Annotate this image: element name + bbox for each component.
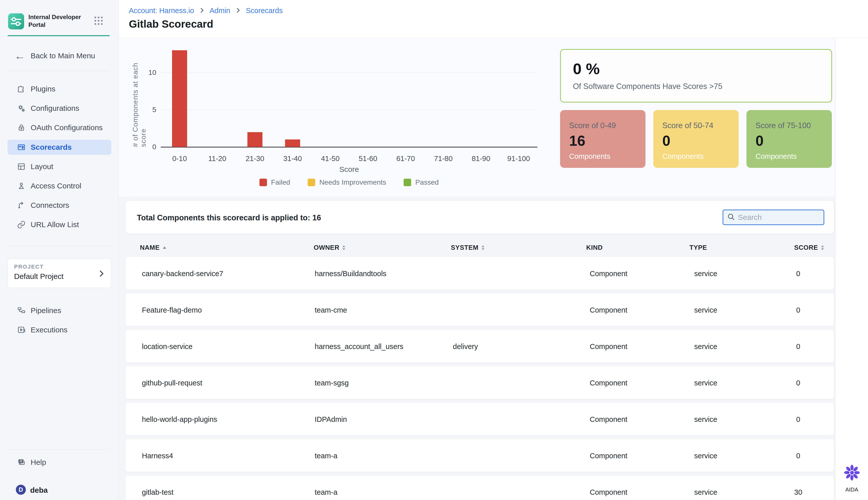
legend-item-needs-improvements[interactable]: Needs Improvements <box>308 178 386 186</box>
sidebar-item-oauth-configurations[interactable]: OAuth Configurations <box>0 118 119 137</box>
chart-bar-21-30[interactable] <box>247 132 263 147</box>
breadcrumb: Account: Harness.io Admin Scorecards <box>129 7 282 15</box>
cell-kind: Component <box>590 379 627 387</box>
sort-icon <box>482 245 485 250</box>
table-row-Feature-flag-demo[interactable]: Feature-flag-demoteam-cmeComponentservic… <box>126 294 834 326</box>
breadcrumb-scorecards[interactable]: Scorecards <box>246 7 283 15</box>
aida-assistant-button[interactable]: AIDA <box>835 463 868 493</box>
sidebar-item-label: Layout <box>31 162 53 171</box>
sidebar-accent-divider <box>8 35 110 36</box>
sort-asc-icon <box>163 247 166 249</box>
search-icon <box>727 213 736 222</box>
project-name: Default Project <box>14 272 63 281</box>
sidebar-item-url-allow-list[interactable]: URL Allow List <box>0 215 119 234</box>
legend-swatch <box>308 179 315 186</box>
headline-percent-value: 0 % <box>573 60 600 78</box>
total-components-summary: Total Components this scorecard is appli… <box>137 213 321 223</box>
cell-name: canary-backend-service7 <box>142 270 223 278</box>
sidebar: Internal Developer Portal ← Back to Main… <box>0 0 119 500</box>
sidebar-item-label: Executions <box>31 326 68 334</box>
sidebar-item-plugins[interactable]: Plugins <box>0 79 119 99</box>
cell-type: service <box>694 270 717 278</box>
cell-owner: team-sgsg <box>315 379 349 387</box>
project-selector[interactable]: PROJECT Default Project <box>8 259 111 288</box>
cell-type: service <box>694 452 717 460</box>
sidebar-item-help[interactable]: ? Help <box>0 453 119 472</box>
legend-item-failed[interactable]: Failed <box>259 178 290 186</box>
cell-name: Feature-flag-demo <box>142 306 202 314</box>
score-card-value: 0 <box>662 132 670 149</box>
table-row-location-service[interactable]: location-serviceharness_account_all_user… <box>126 330 834 363</box>
chart-x-tick: 61-70 <box>387 155 425 163</box>
back-to-main-menu[interactable]: ← Back to Main Menu <box>0 46 119 65</box>
chart-bar-0-10[interactable] <box>172 50 187 147</box>
column-header-name[interactable]: NAME <box>140 244 166 251</box>
app-logo-icon[interactable] <box>8 13 24 30</box>
link-icon <box>16 220 26 229</box>
chart-x-axis-label: Score <box>161 165 537 174</box>
cell-owner: harness_account_all_users <box>315 342 403 351</box>
breadcrumb-admin[interactable]: Admin <box>210 7 230 15</box>
headline-percent-card: 0 % Of Software Components Have Scores >… <box>560 49 832 103</box>
score-card: Score of 0-4916Components <box>560 110 646 168</box>
app-grid-icon[interactable] <box>94 16 104 27</box>
cell-name: hello-world-app-plugins <box>142 415 217 424</box>
table-row-Harness4[interactable]: Harness4team-aComponentservice0 <box>126 439 834 472</box>
chart-x-tick: 71-80 <box>425 155 462 163</box>
cell-type: service <box>694 488 717 497</box>
sidebar-item-connectors[interactable]: Connectors <box>0 196 119 215</box>
table-row-gitlab-test[interactable]: gitlab-testteam-aComponentservice30 <box>126 476 834 500</box>
aida-icon <box>843 478 861 483</box>
cell-owner: harness/Buildandtools <box>315 270 386 278</box>
sidebar-item-layout[interactable]: Layout <box>0 157 119 176</box>
screen: Internal Developer Portal ← Back to Main… <box>0 0 868 500</box>
chart-x-tick: 91-100 <box>500 155 537 163</box>
column-header-owner[interactable]: OWNER <box>314 244 345 251</box>
table-row-canary-backend-service7[interactable]: canary-backend-service7harness/Buildandt… <box>126 257 834 290</box>
cell-kind: Component <box>590 415 627 424</box>
cell-kind: Component <box>590 342 627 351</box>
summary-panel: Total Components this scorecard is appli… <box>126 201 834 234</box>
score-range-cards: Score of 0-4916ComponentsScore of 50-740… <box>560 110 832 168</box>
table-row-github-pull-request[interactable]: github-pull-requestteam-sgsgComponentser… <box>126 366 834 399</box>
cell-owner: team-cme <box>315 306 347 314</box>
column-header-system[interactable]: SYSTEM <box>451 244 485 251</box>
scorecard-icon <box>16 143 26 152</box>
score-card-label: Score of 0-49 <box>569 121 616 130</box>
chart-y-tick: 10 <box>141 69 156 77</box>
chart-bar-31-40[interactable] <box>285 139 300 147</box>
legend-item-passed[interactable]: Passed <box>404 178 439 186</box>
chart-x-tick: 21-30 <box>236 155 274 163</box>
lock-icon <box>16 123 26 133</box>
cell-system: delivery <box>453 342 478 351</box>
cell-score: 0 <box>794 306 802 314</box>
cell-score: 0 <box>794 452 802 460</box>
table-row-hello-world-app-plugins[interactable]: hello-world-app-pluginsIDPAdminComponent… <box>126 403 834 435</box>
cell-kind: Component <box>590 452 627 460</box>
sidebar-item-label: Connectors <box>31 201 69 209</box>
chevron-right-icon <box>235 7 241 14</box>
sort-icon <box>821 245 824 250</box>
breadcrumb-account[interactable]: Account: Harness.io <box>129 7 194 15</box>
pipelines-icon <box>16 306 26 315</box>
headline-percent-caption: Of Software Components Have Scores >75 <box>573 82 722 91</box>
column-header-kind[interactable]: KIND <box>586 244 603 251</box>
column-header-type[interactable]: TYPE <box>690 244 707 251</box>
chart-legend: FailedNeeds ImprovementsPassed <box>161 178 537 186</box>
search-input[interactable] <box>738 213 818 221</box>
sidebar-item-scorecards[interactable]: Scorecards <box>8 140 111 155</box>
score-card-caption: Components <box>569 152 610 161</box>
app-title: Internal Developer Portal <box>28 13 91 29</box>
column-header-score[interactable]: SCORE <box>794 244 824 251</box>
user-menu[interactable]: D deba <box>0 484 119 499</box>
cell-kind: Component <box>590 306 627 314</box>
sidebar-item-access-control[interactable]: Access Control <box>0 177 119 195</box>
executions-icon <box>16 325 26 335</box>
sidebar-item-configurations[interactable]: Configurations <box>0 99 119 118</box>
score-card: Score of 75-1000Components <box>747 110 832 168</box>
cell-score: 0 <box>794 342 802 351</box>
sort-icon <box>342 245 345 250</box>
search-box <box>722 209 824 225</box>
sidebar-item-pipelines[interactable]: Pipelines <box>0 301 119 320</box>
sidebar-item-executions[interactable]: Executions <box>0 320 119 339</box>
